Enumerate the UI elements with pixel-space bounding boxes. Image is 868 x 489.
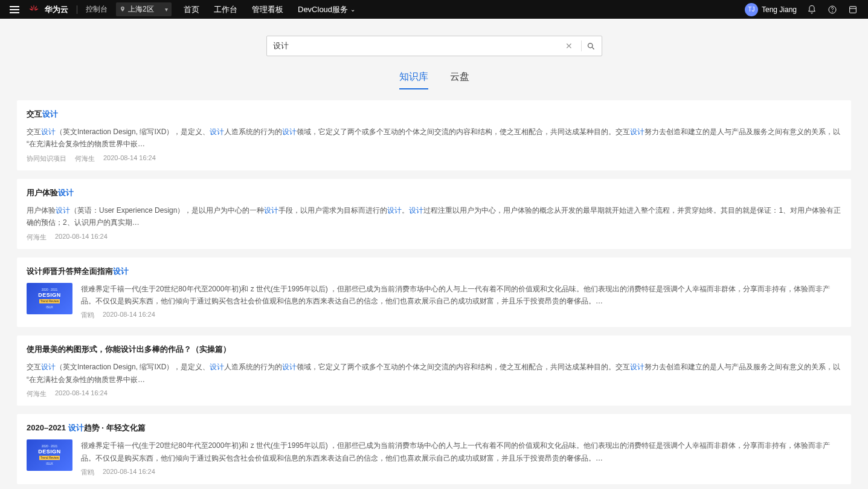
result-body: 2020 · 2021DESIGNTrend ReviewISUX很难界定千禧一… [27,283,841,320]
result-title[interactable]: 2020–2021 设计趋势 · 年轻文化篇 [27,423,841,433]
search-input[interactable] [273,42,562,51]
region-selector[interactable]: 上海2区 ▾ [116,2,172,16]
result-snippet: 用户体验设计（英语：User Experience Design），是以用户为中… [27,204,841,229]
result-meta: 协同知识项目何海生2020-08-14 16:24 [27,154,841,163]
notifications-icon[interactable] [806,4,817,15]
result-snippet: 很难界定千禧一代(生于20世纪80年代至2000年初)和 z 世代(生于1995… [81,439,841,464]
result-meta-item: 协同知识项目 [27,154,66,163]
brand-logo[interactable]: 华为云 [28,4,68,16]
result-body: 交互设计（英文Interaction Design, 缩写IXD），是定义、设计… [27,361,841,398]
result-body: 交互设计（英文Interaction Design, 缩写IXD），是定义、设计… [27,126,841,163]
result-snippet: 很难界定千禧一代(生于20世纪80年代至2000年初)和 z 世代(生于1995… [81,283,841,308]
brand-name: 华为云 [45,4,68,15]
apps-icon[interactable] [847,4,858,15]
result-card: 交互设计交互设计（英文Interaction Design, 缩写IXD），是定… [17,100,851,170]
search-divider [581,40,582,51]
nav-services-label: DevCloud服务 [298,4,348,15]
result-meta-item: 何海生 [27,233,47,242]
avatar-initials: TJ [748,6,754,13]
search-button[interactable] [587,42,596,51]
result-tabs: 知识库 云盘 [399,71,469,89]
result-meta: 雷鸥2020-08-14 16:24 [81,468,841,477]
search-area: ✕ 知识库 云盘 [0,19,868,89]
result-title[interactable]: 使用最美的构图形式，你能设计出多棒的作品？（实操篇） [27,344,841,355]
result-meta-item: 雷鸥 [81,468,94,477]
result-snippet: 交互设计（英文Interaction Design, 缩写IXD），是定义、设计… [27,361,841,386]
result-thumbnail[interactable]: 2020 · 2021DESIGNTrend ReviewISUX [27,439,72,471]
result-snippet: 交互设计（英文Interaction Design, 缩写IXD），是定义、设计… [27,126,841,151]
result-body: 用户体验设计（英语：User Experience Design），是以用户为中… [27,204,841,242]
result-meta: 雷鸥2020-08-14 16:24 [81,311,841,320]
search-box: ✕ [266,36,602,56]
nav-divider [77,5,77,14]
nav-home[interactable]: 首页 [184,4,199,15]
result-title[interactable]: 交互设计 [27,109,841,120]
help-icon[interactable] [827,4,838,15]
result-meta: 何海生2020-08-14 16:24 [27,389,841,398]
nav-dashboard[interactable]: 管理看板 [252,4,283,15]
result-body: 2020 · 2021DESIGNTrend ReviewISUX很难界定千禧一… [27,439,841,477]
result-meta-item: 雷鸥 [81,311,94,320]
console-label[interactable]: 控制台 [86,4,108,15]
location-pin-icon [120,5,126,14]
tab-knowledge-base[interactable]: 知识库 [399,71,428,89]
region-name: 上海2区 [128,4,154,15]
result-meta: 何海生2020-08-14 16:24 [27,233,841,242]
search-icon [587,42,596,51]
result-meta-item: 2020-08-14 16:24 [55,233,108,242]
huawei-logo-icon [28,4,40,16]
result-meta-item: 2020-08-14 16:24 [103,154,156,163]
result-meta-item: 2020-08-14 16:24 [103,468,155,477]
nav-services[interactable]: DevCloud服务 ⌄ [298,4,355,15]
svg-rect-2 [850,6,857,13]
result-title[interactable]: 设计师晋升答辩全面指南设计 [27,266,841,277]
tab-cloud-disk[interactable]: 云盘 [450,71,469,89]
result-meta-item: 2020-08-14 16:24 [55,389,108,398]
result-card: 设计师晋升答辩全面指南设计2020 · 2021DESIGNTrend Revi… [17,257,851,328]
user-name: Teng Jiang [762,5,797,14]
chevron-down-icon: ⌄ [350,6,355,13]
caret-down-icon: ▾ [165,6,168,13]
result-meta-item: 何海生 [75,154,95,163]
result-title[interactable]: 用户体验设计 [27,187,841,198]
menu-toggle-icon[interactable] [10,6,19,13]
result-thumbnail[interactable]: 2020 · 2021DESIGNTrend ReviewISUX [27,283,72,314]
result-card: 使用最美的构图形式，你能设计出多棒的作品？（实操篇）交互设计（英文Interac… [17,335,851,406]
result-meta-item: 何海生 [27,389,47,398]
clear-search-icon[interactable]: ✕ [562,41,576,51]
user-menu[interactable]: TJ Teng Jiang [745,3,797,16]
top-nav: 华为云 控制台 上海2区 ▾ 首页 工作台 管理看板 DevCloud服务 ⌄ … [0,0,868,19]
result-meta-item: 2020-08-14 16:24 [103,311,155,320]
svg-point-1 [832,11,833,12]
result-card: 2020–2021 设计趋势 · 年轻文化篇2020 · 2021DESIGNT… [17,414,851,484]
result-card: 用户体验设计用户体验设计（英语：User Experience Design），… [17,179,851,249]
nav-workspace[interactable]: 工作台 [214,4,237,15]
svg-point-3 [588,43,593,48]
results-list: 交互设计交互设计（英文Interaction Design, 缩写IXD），是定… [0,89,868,489]
avatar: TJ [745,3,758,16]
